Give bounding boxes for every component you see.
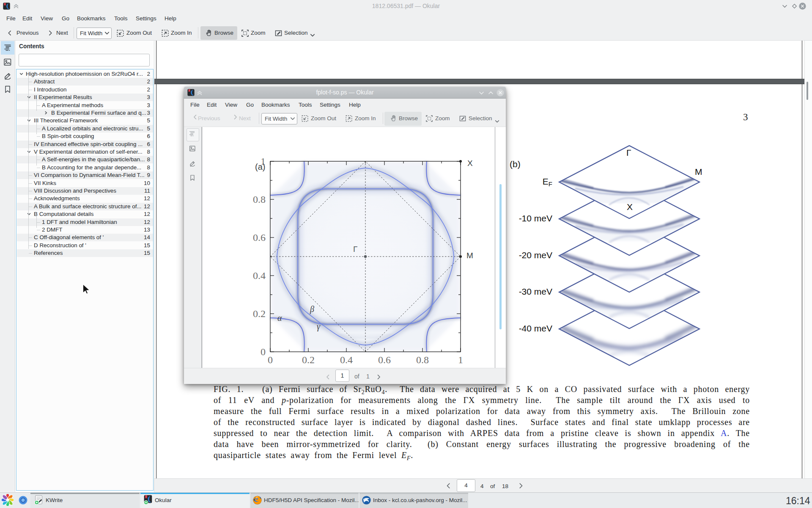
svg-text:0.8: 0.8 xyxy=(416,354,429,365)
svg-text:0.8: 0.8 xyxy=(253,194,266,205)
svg-text:α: α xyxy=(277,313,282,323)
svg-text:0.2: 0.2 xyxy=(302,354,315,365)
svg-text:γ: γ xyxy=(317,322,321,331)
svg-text:M: M xyxy=(695,167,702,177)
svg-text:0: 0 xyxy=(268,354,273,365)
svg-text:0.4: 0.4 xyxy=(340,354,353,365)
svg-text:EF: EF xyxy=(543,177,552,188)
svg-text:0.6: 0.6 xyxy=(253,232,266,243)
svg-text:0.6: 0.6 xyxy=(378,354,391,365)
svg-text:M: M xyxy=(466,251,473,260)
svg-text:-20 meV: -20 meV xyxy=(519,250,552,260)
svg-text:Γ: Γ xyxy=(353,245,357,254)
svg-text:(a): (a) xyxy=(255,162,265,171)
svg-text:1: 1 xyxy=(458,354,463,365)
svg-text:X: X xyxy=(467,159,473,168)
svg-text:X: X xyxy=(627,202,633,212)
svg-text:-40 meV: -40 meV xyxy=(519,323,552,333)
svg-text:0.4: 0.4 xyxy=(253,270,266,281)
svg-text:-10 meV: -10 meV xyxy=(519,213,552,223)
svg-text:β: β xyxy=(310,304,314,314)
svg-text:-30 meV: -30 meV xyxy=(519,287,552,296)
svg-text:(b): (b) xyxy=(510,159,521,169)
svg-text:0: 0 xyxy=(261,346,266,357)
svg-text:Γ: Γ xyxy=(626,148,631,157)
svg-text:0.2: 0.2 xyxy=(253,308,266,319)
